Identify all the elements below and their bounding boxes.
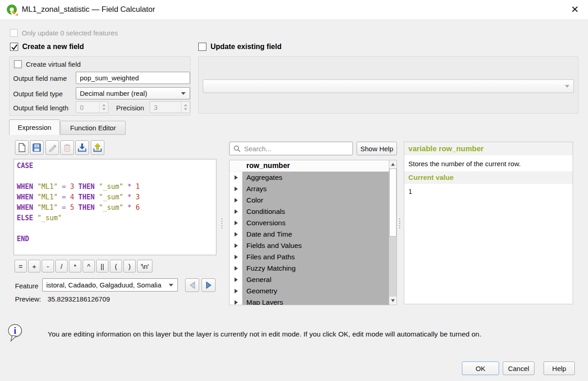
tree-group-label[interactable]: Fields and Values xyxy=(242,240,389,251)
expander-triangle-icon[interactable] xyxy=(230,228,242,240)
tree-group-label[interactable]: Color xyxy=(242,194,389,206)
tree-group-row[interactable]: Aggregates xyxy=(230,172,389,183)
tree-item-selected[interactable]: row_number xyxy=(230,160,389,172)
tree-group-row[interactable]: Fuzzy Matching xyxy=(230,262,389,274)
tree-group-label[interactable]: Arrays xyxy=(242,183,389,194)
tree-group-label[interactable]: Conversions xyxy=(242,217,389,228)
operator-button[interactable]: = xyxy=(15,260,27,272)
precision-spinner: 3 xyxy=(150,101,190,113)
expander-triangle-icon[interactable] xyxy=(230,206,242,217)
cancel-button[interactable]: Cancel xyxy=(503,361,534,375)
scroll-up-icon[interactable] xyxy=(389,160,397,168)
operator-button[interactable]: ( xyxy=(110,260,122,272)
tab-expression[interactable]: Expression xyxy=(9,119,60,135)
operator-button[interactable]: '\n' xyxy=(137,260,152,272)
output-field-name-input[interactable]: pop_sum_weighted xyxy=(76,72,190,84)
expander-triangle-icon[interactable] xyxy=(230,183,242,194)
tree-group-label[interactable]: Map Layers xyxy=(242,297,389,305)
function-search[interactable] xyxy=(229,142,353,155)
delete-expression-button xyxy=(60,140,74,155)
operator-button[interactable]: * xyxy=(69,260,81,272)
tree-group-row[interactable]: Map Layers xyxy=(230,297,389,305)
expander-triangle-icon[interactable] xyxy=(230,194,242,206)
operator-button[interactable]: ) xyxy=(123,260,136,272)
export-expression-button[interactable] xyxy=(91,140,104,155)
expander-triangle-icon[interactable] xyxy=(230,251,242,262)
ok-button[interactable]: OK xyxy=(462,361,499,375)
operator-button[interactable]: + xyxy=(28,260,40,272)
close-icon[interactable]: ✕ xyxy=(565,2,584,17)
spinner-arrows-icon xyxy=(99,102,108,113)
export-arrow-up-icon xyxy=(93,143,103,153)
operator-button[interactable]: - xyxy=(42,260,54,272)
tree-group-label[interactable]: Date and Time xyxy=(242,228,389,240)
new-expression-button[interactable] xyxy=(15,140,29,155)
splitter-handle-left[interactable] xyxy=(221,217,223,230)
expression-editor[interactable]: CASE WHEN "ML1" = 3 THEN "_sum" * 1WHEN … xyxy=(14,159,216,255)
expression-code-line: WHEN "ML1" = 3 THEN "_sum" * 1 xyxy=(17,182,213,192)
preview-row: Preview: 35.82932186126709 xyxy=(15,295,110,303)
tree-group-label[interactable]: Files and Paths xyxy=(242,251,389,262)
import-expression-button[interactable] xyxy=(75,140,89,155)
only-update-selected-checkbox: Only update 0 selected features xyxy=(10,29,118,37)
splitter-handle-right[interactable] xyxy=(399,217,401,230)
update-existing-field-checkbox[interactable]: Update existing field xyxy=(198,43,281,51)
checkbox-box-checked[interactable] xyxy=(10,43,18,51)
operator-button[interactable]: / xyxy=(55,260,68,272)
current-value-label: Current value xyxy=(408,173,454,181)
tree-group-label[interactable]: General xyxy=(242,274,389,285)
precision-label: Precision xyxy=(116,104,144,112)
tree-group-row[interactable]: Conversions xyxy=(230,217,389,228)
feature-value: istoral, Cadaado, Galgaduud, Somalia xyxy=(46,281,162,289)
save-expression-button[interactable] xyxy=(30,140,44,155)
output-field-type-select[interactable]: Decimal number (real) xyxy=(76,87,190,99)
check-icon xyxy=(10,43,19,51)
next-feature-button[interactable] xyxy=(201,278,216,292)
title-bar: ML1_zonal_statistic — Field Calculator ✕ xyxy=(0,0,588,20)
expander-triangle-icon[interactable] xyxy=(230,285,242,297)
output-field-name-label: Output field name xyxy=(13,74,67,82)
tree-group-row[interactable]: Files and Paths xyxy=(230,251,389,262)
function-tree[interactable]: row_numberAggregatesArraysColorCondition… xyxy=(229,160,397,305)
tree-group-row[interactable]: Conditionals xyxy=(230,206,389,217)
tree-group-label[interactable]: Aggregates xyxy=(242,172,389,183)
tree-group-row[interactable]: Date and Time xyxy=(230,228,389,240)
output-field-length-spinner: 0 xyxy=(76,101,108,113)
tree-group-label[interactable]: Conditionals xyxy=(242,206,389,217)
tree-group-row[interactable]: Arrays xyxy=(230,183,389,194)
show-help-button[interactable]: Show Help xyxy=(357,142,397,155)
tab-function-editor[interactable]: Function Editor xyxy=(60,121,126,135)
new-file-icon xyxy=(17,143,26,153)
checkbox-box[interactable] xyxy=(198,43,206,51)
scrollbar-thumb[interactable] xyxy=(389,168,397,237)
expander-triangle-icon[interactable] xyxy=(230,172,242,183)
tree-scrollbar[interactable] xyxy=(389,160,397,305)
operator-button[interactable]: || xyxy=(96,260,108,272)
create-new-field-checkbox[interactable]: Create a new field xyxy=(10,43,84,51)
expression-code-line: END xyxy=(17,234,213,244)
create-virtual-field-checkbox[interactable]: Create virtual field xyxy=(14,60,81,68)
expander-triangle-icon[interactable] xyxy=(230,297,242,305)
edit-mode-warning: You are editing information on this laye… xyxy=(48,330,569,338)
tree-group-label[interactable]: Geometry xyxy=(242,285,389,297)
tree-group-label[interactable]: Fuzzy Matching xyxy=(242,262,389,274)
search-input[interactable] xyxy=(244,145,349,153)
expander-triangle-icon[interactable] xyxy=(230,274,242,285)
checkbox-box[interactable] xyxy=(14,60,22,68)
expander-triangle-icon[interactable] xyxy=(230,217,242,228)
feature-select[interactable]: istoral, Cadaado, Galgaduud, Somalia xyxy=(42,278,178,292)
help-button[interactable]: Help xyxy=(544,361,575,375)
tree-group-row[interactable]: General xyxy=(230,274,389,285)
checkbox-box xyxy=(10,29,18,37)
tree-group-row[interactable]: Fields and Values xyxy=(230,240,389,251)
tree-group-row[interactable]: Geometry xyxy=(230,285,389,297)
expander-triangle-icon[interactable] xyxy=(230,262,242,274)
chevron-down-icon xyxy=(565,85,569,88)
expander-triangle-icon[interactable] xyxy=(230,240,242,251)
scroll-down-icon[interactable] xyxy=(389,297,397,305)
expression-code-line xyxy=(17,171,213,182)
tree-group-row[interactable]: Color xyxy=(230,194,389,206)
operator-button[interactable]: ^ xyxy=(83,260,95,272)
output-field-type-label: Output field type xyxy=(13,90,63,98)
preview-label: Preview: xyxy=(15,295,41,303)
